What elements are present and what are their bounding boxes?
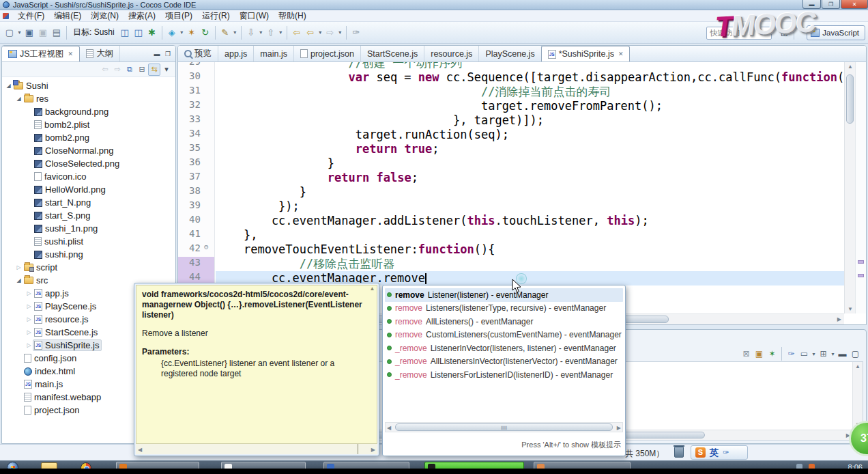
link-with-editor-icon[interactable]: ⇆ [148,64,160,76]
dropdown-arrow-icon[interactable]: ▾ [278,25,284,40]
code-line-42[interactable]: removeTouchEventListener:function(){ [216,242,844,257]
collapsed-arrow-icon[interactable]: ▷ [25,316,33,322]
dropdown-arrow-icon[interactable]: ▾ [830,346,836,361]
expanded-arrow-icon[interactable]: ◢ [5,83,12,89]
code-line-37[interactable]: return false; [216,171,844,185]
code-line-34[interactable]: target.runAction(seq); [216,128,844,142]
menu-项目(P)[interactable]: 项目(P) [160,10,197,21]
editor-vertical-scrollbar[interactable]: ▲ ▼ [844,62,855,313]
display-console-icon[interactable]: ▣ [753,348,766,361]
quick-access-input[interactable] [706,27,772,40]
tab-js-project-view[interactable]: JS工程视图 ✕ [1,46,80,61]
sync-icon[interactable]: ↻ [199,25,212,40]
doc-vertical-scrollbar[interactable]: ▲ [368,285,377,441]
close-tab-icon[interactable]: ✕ [618,51,624,57]
dropdown-arrow-icon[interactable]: ▾ [258,25,264,40]
code-line-40[interactable]: cc.eventManager.addListener(this.touchLi… [216,214,844,228]
ime-settings-icon[interactable]: ✑ [723,448,729,457]
code-line-41[interactable]: }, [216,228,844,242]
assist-horizontal-scrollbar[interactable]: ◀ ⦀⦀⦀ ▶ [385,422,623,432]
open-perspective-icon[interactable]: ⊞ [777,25,791,40]
code-line-30[interactable]: var seq = new cc.Sequence([target.disapp… [216,70,844,85]
pin-editor-icon[interactable]: ✑ [349,25,363,40]
minimize-view-icon[interactable]: ▬ [152,49,162,58]
scroll-left-icon[interactable]: ◀ [138,447,142,453]
menu-帮助(H)[interactable]: 帮助(H) [274,10,311,21]
save-all-icon[interactable]: ▣ [36,25,50,40]
ime-toolbar[interactable]: S 英 ✑ [691,445,748,460]
collapsed-arrow-icon[interactable]: ▷ [25,303,33,309]
maximize-button[interactable]: ❐ [822,0,840,9]
menu-文件(F)[interactable]: 文件(F) [13,10,49,21]
collapsed-arrow-icon[interactable]: ▷ [25,329,33,335]
collapsed-arrow-icon[interactable]: ▷ [25,290,33,296]
package-icon[interactable]: ◈ [165,25,179,40]
scroll-down-icon[interactable]: ▼ [848,306,853,312]
tree-item-CloseNormal.png[interactable]: CloseNormal.png [2,144,175,157]
editor-tab-project.json[interactable]: project.json [294,46,361,61]
menu-搜索(A)[interactable]: 搜索(A) [124,10,160,21]
tree-item-script[interactable]: ▷script [2,261,175,274]
tab-outline[interactable]: 大纲 [80,46,120,61]
scroll-right-icon[interactable]: ▶ [617,425,621,431]
editor-tab-PlayScene.js[interactable]: PlayScene.js [479,46,541,61]
focus-on-active-icon[interactable]: ⧉ [124,64,136,76]
console-vertical-scrollbar[interactable]: ▲ ▼ [852,362,863,429]
tree-item-start_N.png[interactable]: start_N.png [2,196,175,209]
prev-annotation-icon[interactable]: ⇧ [264,25,278,40]
vertical-scroll-thumb[interactable] [846,74,854,124]
scroll-up-icon[interactable]: ▲ [855,363,860,370]
ime-language-toggle[interactable]: 英 [710,447,719,459]
print-icon[interactable]: ▤ [50,25,63,40]
tree-item-sushi_1n.png[interactable]: sushi_1n.png [2,222,175,235]
clear-console-icon[interactable]: ⊠ [740,348,753,361]
back-history-icon[interactable]: ⇦ [304,25,317,40]
code-line-43[interactable]: //移除点击监听器 [216,257,844,271]
save-icon[interactable]: ▣ [23,25,36,40]
view-menu-icon[interactable]: ▾ [160,64,173,76]
change-mark[interactable] [858,260,864,264]
forward-icon[interactable]: ⇨ [323,25,337,40]
forward-icon[interactable]: ⇨ [111,64,124,76]
assist-item-removeCustomListeners[interactable]: removeCustomListeners(customEventName) -… [385,329,623,342]
collapsed-arrow-icon[interactable]: ▷ [25,342,33,348]
dropdown-arrow-icon[interactable]: ▾ [179,25,185,40]
debug-target-icon[interactable]: ◫ [118,25,132,40]
scroll-right-icon[interactable]: ▶ [371,447,375,453]
tree-item-sushi.plist[interactable]: sushi.plist [2,235,175,248]
doc-horizontal-scrollbar[interactable]: ◀ ▶ [136,443,377,454]
garbage-collect-icon[interactable] [674,447,684,458]
display-selected-icon[interactable]: ▭ [798,348,811,361]
tree-item-bomb2.png[interactable]: bomb2.png [2,131,175,144]
code-line-32[interactable]: target.removeFromParent(); [216,99,844,113]
tree-item-bomb2.plist[interactable]: bomb2.plist [2,118,175,131]
code-line-38[interactable]: } [216,185,844,199]
launch-config-icon[interactable]: ✶ [766,348,779,361]
search-paint-icon[interactable]: ✎ [218,25,232,40]
editor-tab-resource.js[interactable]: resource.js [424,46,479,61]
fold-collapse-icon[interactable]: ⊖ [204,242,214,257]
editor-tab-main.js[interactable]: main.js [254,46,294,61]
assist-item-_removeAllListenersInVector[interactable]: _removeAllListenersInVector(listenerVect… [385,355,623,369]
run-target-icon[interactable]: ◫ [132,25,145,40]
pin-console-icon[interactable]: ✑ [785,348,798,361]
tree-item-background.png[interactable]: background.png [2,105,175,118]
external-tools-icon[interactable]: ✶ [185,25,199,40]
sogou-ime-icon[interactable]: S [695,447,706,458]
code-line-39[interactable]: }); [216,199,844,214]
dropdown-arrow-icon[interactable]: ▾ [232,25,238,40]
assist-item-removeAllListeners[interactable]: removeAllListeners() - eventManager [385,315,623,329]
expanded-arrow-icon[interactable]: ◢ [15,277,23,283]
build-tools-icon[interactable]: ✱ [145,25,159,40]
code-line-29[interactable]: //创建 一个动作序列 [216,62,844,70]
code-line-31[interactable]: //消除掉当前点击的寿司 [216,85,844,99]
menu-浏览(N)[interactable]: 浏览(N) [86,10,124,21]
close-button[interactable]: ✕ [841,0,868,9]
tree-item-favicon.ico[interactable]: favicon.ico [2,170,175,183]
change-mark[interactable] [858,274,864,277]
editor-tab-app.js[interactable]: app.js [218,46,254,61]
code-line-36[interactable]: } [216,156,844,171]
editor-tab-StartScene.js[interactable]: StartScene.js [361,46,424,61]
assist-item-removeListener[interactable]: removeListener(listener) - eventManager [385,288,623,302]
assist-item-removeListeners[interactable]: removeListeners(listenerType, recursive)… [385,302,623,316]
